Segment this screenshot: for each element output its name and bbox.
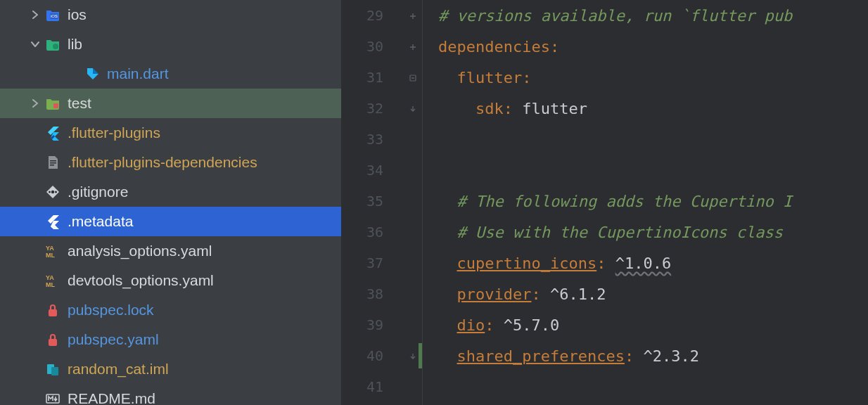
code-line[interactable]: # Use with the CupertinoIcons class	[423, 217, 868, 248]
tree-item[interactable]: .gitignore	[0, 177, 341, 207]
tree-item-label: lib	[68, 36, 82, 53]
fold-icon[interactable]	[409, 100, 417, 117]
code-line[interactable]	[423, 124, 868, 155]
svg-rect-3	[53, 103, 58, 108]
token: :	[596, 255, 615, 272]
code-line[interactable]: flutter:	[423, 62, 868, 93]
token: flutter	[457, 69, 523, 86]
gutter-line[interactable]: 29	[341, 0, 423, 31]
tree-item[interactable]: test	[0, 89, 341, 118]
line-number: 32	[366, 100, 383, 117]
code-line[interactable]: # versions available, run `flutter pub	[423, 0, 868, 31]
gutter-line[interactable]: 41	[341, 371, 423, 402]
iml-icon	[45, 361, 60, 377]
folder-ios-icon: iOS	[45, 7, 60, 22]
svg-point-8	[49, 191, 51, 193]
gutter-line[interactable]: 36	[341, 217, 423, 248]
tree-item[interactable]: YAMLdevtools_options.yaml	[0, 266, 341, 295]
line-number: 33	[366, 131, 383, 148]
line-number: 35	[366, 193, 383, 210]
code-line[interactable]	[423, 155, 868, 186]
token: sdk	[476, 100, 504, 117]
svg-text:YA: YA	[46, 245, 54, 252]
chevron-right-icon[interactable]	[28, 11, 42, 19]
token: flutter	[522, 100, 587, 117]
token: :	[522, 69, 531, 86]
text-file-icon	[45, 155, 60, 170]
tree-item[interactable]: lib	[0, 30, 341, 59]
token: # versions available, run `flutter pub	[438, 7, 792, 25]
gutter-line[interactable]: 32	[341, 93, 423, 124]
token: ^2.3.2	[643, 347, 698, 365]
token: ^6.1.2	[550, 285, 606, 303]
fold-icon[interactable]	[409, 7, 417, 24]
tree-item-label: .gitignore	[68, 184, 128, 200]
token: dio	[457, 316, 485, 334]
gutter-line[interactable]: 31	[341, 62, 423, 93]
folder-green-icon	[45, 96, 60, 111]
code-line[interactable]: provider: ^6.1.2	[423, 278, 868, 309]
tree-item-label: pubspec.yaml	[68, 331, 159, 348]
gutter-line[interactable]: 30	[341, 31, 423, 62]
code-line[interactable]: cupertino_icons: ^1.0.6	[423, 248, 868, 278]
gutter-line[interactable]: 35	[341, 186, 423, 217]
line-number: 40	[366, 347, 383, 364]
svg-rect-6	[50, 165, 54, 166]
flutter-icon	[45, 125, 60, 141]
gutter-line[interactable]: 37	[341, 248, 423, 278]
svg-rect-17	[51, 367, 58, 375]
tree-item[interactable]: main.dart	[0, 59, 341, 89]
tree-item-label: .flutter-plugins-dependencies	[68, 154, 257, 171]
svg-text:iOS: iOS	[51, 14, 58, 18]
line-number: 39	[366, 316, 383, 333]
tree-item[interactable]: README.md	[0, 384, 341, 405]
chevron-down-icon[interactable]	[28, 40, 42, 49]
fold-icon[interactable]	[409, 347, 417, 364]
gutter-line[interactable]: 34	[341, 155, 423, 186]
tree-item[interactable]: YAMLanalysis_options.yaml	[0, 236, 341, 266]
fold-icon[interactable]	[409, 38, 417, 55]
code-line[interactable]: # The following adds the Cupertino I	[423, 186, 868, 217]
tree-item-label: README.md	[68, 390, 155, 405]
line-number: 30	[366, 38, 383, 55]
fold-icon[interactable]	[409, 69, 417, 86]
yaml-icon: YAML	[45, 273, 60, 288]
tree-item[interactable]: iOSios	[0, 0, 341, 30]
svg-point-9	[55, 191, 57, 193]
code-line[interactable]	[423, 371, 868, 402]
code-line[interactable]: dio: ^5.7.0	[423, 309, 868, 340]
tree-item[interactable]: pubspec.lock	[0, 295, 341, 325]
gutter-line[interactable]: 38	[341, 278, 423, 309]
tree-item-label: .flutter-plugins	[68, 124, 160, 141]
token: ^1.0.6	[615, 255, 671, 272]
tree-item-label: .metadata	[68, 213, 133, 230]
tree-item[interactable]: random_cat.iml	[0, 354, 341, 384]
code-editor[interactable]: # versions available, run `flutter pubde…	[423, 0, 868, 405]
tree-item[interactable]: .flutter-plugins-dependencies	[0, 148, 341, 177]
code-line[interactable]: shared_preferences: ^2.3.2	[423, 340, 868, 371]
svg-rect-14	[49, 309, 57, 316]
line-number: 38	[366, 285, 383, 302]
yaml-icon: YAML	[45, 243, 60, 259]
tree-item[interactable]: .flutter-plugins	[0, 118, 341, 148]
tree-item-label: devtools_options.yaml	[68, 272, 214, 289]
gutter-line[interactable]: 39	[341, 309, 423, 340]
token: ^5.7.0	[504, 316, 559, 334]
token: cupertino_icons	[457, 255, 597, 272]
tree-item[interactable]: .metadata	[0, 207, 341, 236]
line-number: 37	[366, 255, 383, 271]
tree-item-label: ios	[68, 6, 87, 23]
svg-text:YA: YA	[46, 274, 54, 281]
code-line[interactable]: sdk: flutter	[423, 93, 868, 124]
tree-item[interactable]: pubspec.yaml	[0, 325, 341, 354]
token: # Use with the CupertinoIcons class	[457, 224, 793, 241]
dart-file-icon	[84, 66, 100, 82]
gutter-line[interactable]: 33	[341, 124, 423, 155]
chevron-right-icon[interactable]	[28, 99, 42, 108]
token: :	[504, 100, 523, 117]
token: :	[625, 347, 644, 365]
token: dependencies	[438, 38, 550, 56]
lock-icon	[45, 302, 60, 318]
gutter-line[interactable]: 40	[341, 340, 423, 371]
code-line[interactable]: dependencies:	[423, 31, 868, 62]
